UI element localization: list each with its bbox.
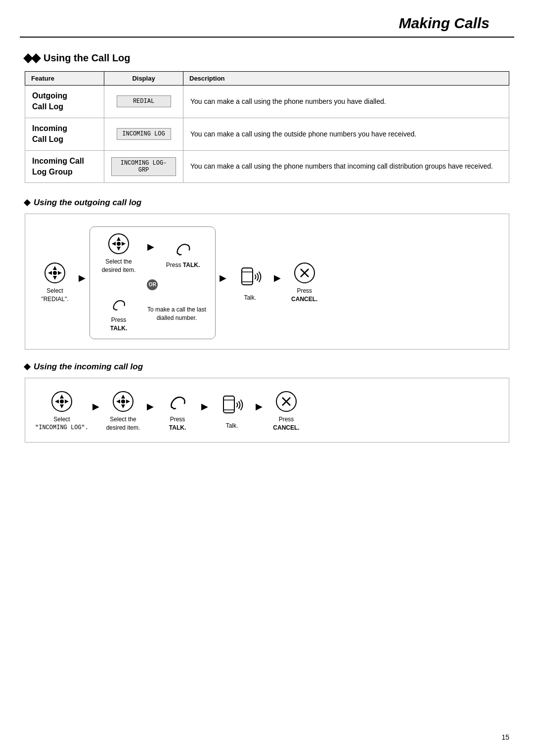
bracket-substep-b: PressTALK. To make a call the lastdialle… (99, 295, 206, 333)
svg-marker-9 (112, 242, 116, 246)
arrow-in-2: ▶ (147, 401, 154, 412)
arrow-3: ▶ (274, 272, 281, 283)
display-outgoing: REDIAL (104, 86, 183, 118)
section2-heading-text: Using the outgoing call log (34, 198, 141, 208)
svg-marker-1 (53, 266, 57, 270)
display-box-incoming-log-grp: INCOMING LOG-GRP (111, 157, 176, 176)
desc-outgoing: You can make a call using the phone numb… (183, 86, 509, 118)
bracket-press-talk-label: PressTALK. (110, 316, 127, 333)
svg-marker-20 (60, 404, 64, 408)
page-title: Making Calls (20, 0, 514, 38)
outgoing-cancel-step: PressCANCEL. (285, 262, 324, 304)
feature-outgoing: OutgoingCall Log (25, 86, 104, 118)
display-incoming-group: INCOMING LOG-GRP (104, 150, 183, 183)
section3-heading: Using the incoming call log (25, 362, 509, 372)
incoming-diagram: Select"INCOMING LOG". ▶ Select thedesire… (35, 391, 499, 433)
arrow-in-1: ▶ (92, 401, 99, 412)
bracket-nav-icon: Select thedesired item. (99, 233, 138, 274)
table-row: IncomingCall Log INCOMING LOG You can ma… (25, 118, 509, 150)
section1-heading-text: Using the Call Log (44, 52, 131, 64)
col-feature: Feature (25, 72, 104, 86)
svg-marker-19 (60, 395, 64, 399)
incoming-cancel-step: PressCANCEL. (267, 391, 306, 432)
svg-point-5 (53, 271, 57, 275)
incoming-step3-label: PressTALK. (169, 415, 186, 432)
nav-icon-in-1 (51, 391, 73, 412)
incoming-step3: PressTALK. (158, 391, 197, 432)
talk-phone-icon (237, 264, 264, 291)
diamond-icons (25, 55, 40, 62)
handset-icon-2 (110, 295, 128, 313)
svg-marker-7 (117, 237, 121, 241)
cancel-icon-in (275, 391, 297, 412)
diamond-icon-2 (31, 53, 41, 63)
handset-icon-in (167, 391, 188, 412)
nav-icon-in-2 (112, 391, 134, 412)
svg-point-23 (60, 400, 64, 403)
bracket-talk-icon: Press TALK. (163, 238, 203, 269)
bracket-last-dial-label: To make a call the lastdialled number. (147, 306, 206, 322)
diamond-icon-small (24, 199, 31, 206)
bracket-talk-icon-2: PressTALK. (99, 295, 138, 333)
svg-marker-25 (121, 395, 125, 399)
svg-rect-12 (242, 268, 253, 285)
section1-heading: Using the Call Log (25, 52, 509, 64)
feature-incoming-group: Incoming CallLog Group (25, 150, 104, 183)
svg-marker-27 (116, 400, 120, 403)
col-display: Display (104, 72, 183, 86)
bracket-select-label: Select thedesired item. (102, 258, 136, 274)
incoming-diagram-box: Select"INCOMING LOG". ▶ Select thedesire… (25, 378, 509, 443)
svg-marker-21 (55, 400, 59, 403)
incoming-step1: Select"INCOMING LOG". (35, 391, 89, 433)
svg-marker-3 (48, 271, 52, 275)
svg-marker-8 (117, 247, 121, 251)
incoming-step1-label: Select"INCOMING LOG". (35, 415, 89, 433)
nav-icon-1 (44, 262, 66, 284)
outgoing-talk-step: Talk. (230, 264, 270, 302)
section2-heading: Using the outgoing call log (25, 198, 509, 208)
incoming-press-cancel-label: PressCANCEL. (273, 415, 299, 432)
feature-incoming: IncomingCall Log (25, 118, 104, 150)
bracket-substep-a: Select thedesired item. ▶ Press TALK. (99, 233, 203, 274)
outgoing-talk-label: Talk. (244, 294, 256, 302)
page-number: 15 (501, 733, 509, 741)
arrow-1: ▶ (79, 272, 86, 283)
or-circle: OR (147, 279, 158, 290)
bracket-box: Select thedesired item. ▶ Press TALK. OR (89, 226, 216, 339)
desc-incoming: You can make a call using the outside ph… (183, 118, 509, 150)
nav-icon-2 (108, 233, 130, 255)
svg-point-29 (121, 400, 125, 403)
svg-marker-28 (126, 400, 130, 403)
bracket-talk-label: Press TALK. (166, 261, 200, 269)
outgoing-press-cancel-label: PressCANCEL. (291, 287, 317, 304)
incoming-step2-label: Select thedesired item. (106, 415, 140, 432)
arrow-bracket-1: ▶ (147, 241, 154, 252)
display-box-redial: REDIAL (117, 95, 171, 107)
svg-marker-10 (122, 242, 126, 246)
arrow-2: ▶ (220, 272, 226, 283)
col-description: Description (183, 72, 509, 86)
svg-marker-2 (53, 276, 57, 280)
svg-point-11 (117, 242, 121, 246)
incoming-talk-step: Talk. (212, 392, 252, 430)
desc-incoming-group: You can make a call using the phone numb… (183, 150, 509, 183)
call-log-table: Feature Display Description OutgoingCall… (25, 71, 509, 183)
section3-heading-text: Using the incoming call log (34, 362, 143, 372)
svg-marker-26 (121, 404, 125, 408)
display-incoming: INCOMING LOG (104, 118, 183, 150)
diamond-icon-small-2 (24, 363, 31, 370)
svg-rect-30 (223, 396, 234, 413)
svg-marker-4 (58, 271, 62, 275)
svg-marker-22 (65, 400, 69, 403)
table-row: Incoming CallLog Group INCOMING LOG-GRP … (25, 150, 509, 183)
table-row: OutgoingCall Log REDIAL You can make a c… (25, 86, 509, 118)
incoming-talk-label: Talk. (226, 422, 238, 430)
arrow-in-3: ▶ (201, 401, 208, 412)
display-box-incoming-log: INCOMING LOG (117, 128, 171, 140)
outgoing-step1: Select"REDIAL". (35, 262, 75, 304)
outgoing-diagram: Select"REDIAL". ▶ (35, 226, 499, 339)
outgoing-step1-label: Select"REDIAL". (41, 287, 68, 304)
cancel-icon (294, 262, 315, 284)
handset-icon-1 (173, 238, 193, 258)
outgoing-diagram-box: Select"REDIAL". ▶ (25, 214, 509, 349)
